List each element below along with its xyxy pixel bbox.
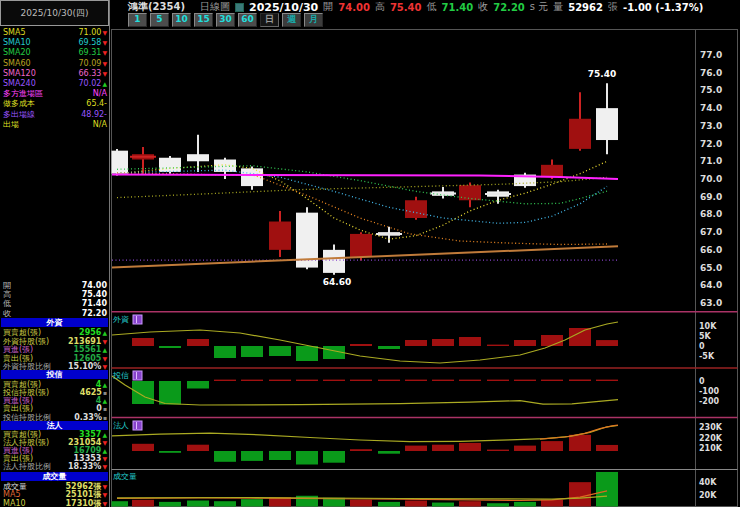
foreign-bar xyxy=(514,340,536,346)
candle-body xyxy=(269,222,291,250)
indicator-value: 66.33▼ xyxy=(78,69,107,78)
foreign-bar xyxy=(350,344,372,346)
trend-arrow-icon: ▼ xyxy=(102,49,107,56)
trend-arrow-icon: ▼ xyxy=(102,463,107,470)
ohlc-label: 收 xyxy=(3,309,11,318)
institutional-axis-tick: 210K xyxy=(699,444,723,453)
timeframe-button-日[interactable]: 日 xyxy=(260,13,279,27)
ohlc-value: 71.40 xyxy=(82,299,107,308)
sidebar-row: 出場N/A xyxy=(3,120,107,129)
candle-body xyxy=(405,200,427,218)
chart-border xyxy=(112,30,738,507)
indicator-value: N/A xyxy=(93,120,107,129)
section-row-label: 成交量 xyxy=(3,482,27,491)
foreign-bar xyxy=(241,346,263,357)
volume-bar xyxy=(569,482,591,507)
indicator-value: 48.92- xyxy=(81,110,107,119)
trust-bar xyxy=(350,380,372,381)
trust-bar xyxy=(541,380,563,381)
institutional-bar xyxy=(296,451,318,465)
foreign-axis-tick: 5K xyxy=(699,332,712,341)
trend-arrow-icon: ▪ xyxy=(103,405,107,412)
timeframe-button-1[interactable]: 1 xyxy=(128,13,147,27)
quote-line: 鴻準(2354) 日線圖 2025/10/30 開 74.00 高 75.40 … xyxy=(128,1,703,13)
indicator-value: 69.31▼ xyxy=(78,48,107,57)
timeframe-button-週[interactable]: 週 xyxy=(282,13,301,27)
institutional-bar xyxy=(596,445,618,451)
timeframe-button-5[interactable]: 5 xyxy=(150,13,169,27)
trust-bar xyxy=(596,380,618,381)
sidebar: 2025/10/30(四) SMA571.00▼SMA1069.58▼SMA20… xyxy=(0,0,110,507)
price-axis-tick: 74.0 xyxy=(700,103,722,113)
price-axis-tick: 67.0 xyxy=(700,227,722,237)
price-axis-tick: 66.0 xyxy=(700,245,722,255)
foreign-bar xyxy=(187,339,209,346)
trust-bar xyxy=(378,380,400,381)
trust-bar xyxy=(514,380,536,381)
trend-arrow-icon: ▼ xyxy=(102,500,107,507)
institutional-bar xyxy=(214,451,236,462)
volume-bar xyxy=(214,501,236,507)
timeframe-button-30[interactable]: 30 xyxy=(216,13,235,27)
ohlc-label: 開 xyxy=(3,281,11,290)
institutional-axis-tick: 230K xyxy=(699,423,723,432)
timeframe-button-60[interactable]: 60 xyxy=(238,13,257,27)
sidebar-row: 收72.20 xyxy=(3,309,107,318)
sidebar-row: 法人持股比例18.33%▼ xyxy=(3,462,107,471)
candle-body xyxy=(350,234,372,257)
institutional-bar xyxy=(241,451,263,461)
candles-layer xyxy=(106,83,618,274)
sidebar-row: 高75.40 xyxy=(3,290,107,299)
trust-bar xyxy=(323,380,345,381)
institutional-bar xyxy=(487,450,509,451)
volume-line xyxy=(117,496,607,499)
candle-body xyxy=(569,119,591,149)
section-row-value: 18.33%▼ xyxy=(68,462,107,471)
sidebar-row: MA525101張▼ xyxy=(3,490,107,499)
price-axis-tick: 73.0 xyxy=(700,121,722,131)
foreign-bar xyxy=(296,346,318,361)
trust-bar xyxy=(459,380,481,381)
open-value: 74.00 xyxy=(338,2,370,13)
institutional-bar xyxy=(405,446,427,451)
sidebar-row: SMA12066.33▼ xyxy=(3,69,107,78)
panel-tag-icon-box xyxy=(133,421,142,430)
volume-value: 52962 xyxy=(568,2,603,13)
institutional-bar xyxy=(323,451,345,463)
price-axis-tick: 65.0 xyxy=(700,263,722,273)
trend-arrow-icon: ▼ xyxy=(102,70,107,77)
volume-bar xyxy=(459,501,481,507)
institutional-bar xyxy=(541,441,563,451)
section-row-label: MA5 xyxy=(3,490,20,499)
price-axis-tick: 69.0 xyxy=(700,192,722,202)
panel-tag-icon-box xyxy=(133,371,142,380)
timeframe-button-10[interactable]: 10 xyxy=(172,13,191,27)
trust-axis-tick: -100 xyxy=(699,387,719,396)
trend-arrow-icon: ▲ xyxy=(102,329,107,336)
trust-axis-tick: 0 xyxy=(699,377,705,386)
candle-body xyxy=(187,154,209,161)
timeframe-button-月[interactable]: 月 xyxy=(304,13,323,27)
volume-bar xyxy=(187,501,209,507)
candle-body xyxy=(323,250,345,273)
trust-bar xyxy=(187,381,209,389)
panel-tag-icon xyxy=(133,315,142,324)
institutional-bar xyxy=(350,449,372,451)
chart-type-label: 日線圖 xyxy=(200,0,230,14)
institutional-bar xyxy=(159,451,181,453)
chart-canvas[interactable]: 77.076.075.074.073.072.071.070.069.068.0… xyxy=(0,0,740,507)
volume-bar xyxy=(378,502,400,507)
timeframe-row: 1510153060日週月 xyxy=(128,13,323,27)
foreign-bar xyxy=(596,340,618,346)
trend-arrow-icon: ▪ xyxy=(103,389,107,396)
trend-arrow-icon: ▲ xyxy=(102,447,107,454)
volume-bar xyxy=(159,502,181,507)
volume-bar xyxy=(241,499,263,507)
timeframe-button-15[interactable]: 15 xyxy=(194,13,213,27)
foreign-bar xyxy=(432,339,454,346)
section-row-label: 法人持股比例 xyxy=(3,462,51,471)
date-box-text: 2025/10/30(四) xyxy=(21,7,89,20)
sidebar-section-header: 成交量 xyxy=(1,472,108,481)
section-row-value: 17310張▼ xyxy=(66,499,107,507)
open-label: 開 xyxy=(323,0,333,14)
